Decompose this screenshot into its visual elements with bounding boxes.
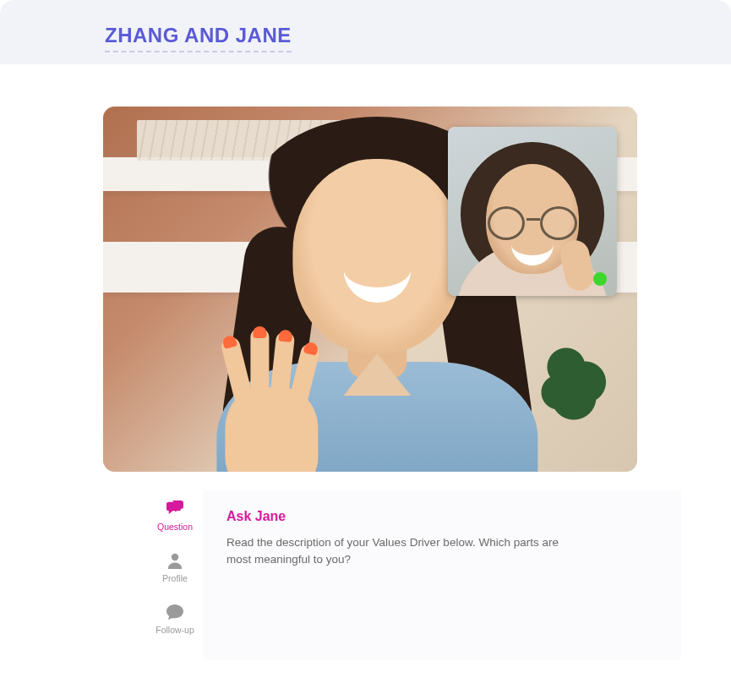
- page-title: ZHANG AND JANE: [105, 24, 292, 52]
- glasses-icon: [486, 206, 579, 240]
- tab-question[interactable]: Question: [147, 499, 203, 532]
- tab-label: Follow-up: [155, 625, 194, 635]
- pip-participant-avatar: [448, 127, 617, 296]
- content-area: Question Profile Follow-up Ask Jane Read…: [0, 64, 731, 659]
- wave-hand-icon: [216, 328, 335, 472]
- side-tabs: Question Profile Follow-up: [147, 490, 203, 659]
- tab-profile[interactable]: Profile: [147, 550, 203, 583]
- question-card: Ask Jane Read the description of your Va…: [203, 490, 681, 659]
- conversation-panel: Question Profile Follow-up Ask Jane Read…: [147, 490, 681, 659]
- header-bar: ZHANG AND JANE: [0, 0, 731, 64]
- chat-ellipsis-icon: [165, 602, 185, 622]
- svg-point-1: [171, 610, 172, 612]
- tab-label: Profile: [162, 573, 188, 583]
- pip-self-view[interactable]: [448, 127, 617, 296]
- chat-bubbles-icon: [165, 499, 185, 519]
- video-call-frame[interactable]: [103, 107, 637, 472]
- svg-point-0: [172, 554, 178, 561]
- tab-label: Question: [157, 522, 193, 532]
- status-indicator: [593, 272, 607, 286]
- card-title: Ask Jane: [226, 509, 657, 524]
- card-body: Read the description of your Values Driv…: [226, 534, 565, 567]
- svg-point-2: [174, 610, 176, 612]
- svg-point-3: [177, 610, 178, 612]
- user-icon: [165, 550, 185, 571]
- tab-follow-up[interactable]: Follow-up: [147, 602, 203, 635]
